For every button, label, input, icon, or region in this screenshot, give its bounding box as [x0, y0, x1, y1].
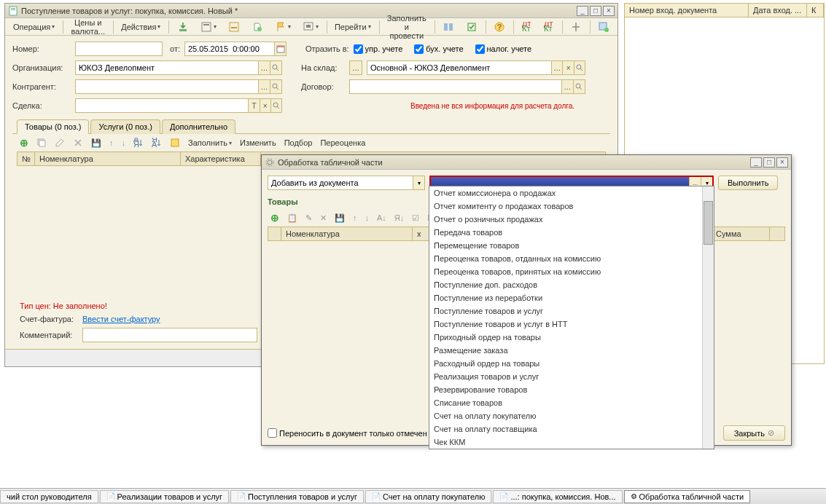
tb-icon-6[interactable]: ▾: [297, 19, 324, 35]
sort-za-icon[interactable]: Я↓: [391, 212, 407, 224]
search-icon[interactable]: [270, 80, 281, 93]
sort-az-icon[interactable]: АЯ: [130, 136, 147, 149]
dropdown-item[interactable]: Реализация товаров и услуг: [429, 370, 714, 383]
popup-maximize-button[interactable]: □: [763, 157, 775, 168]
popup-close-button[interactable]: ×: [776, 157, 788, 168]
calendar-icon[interactable]: [274, 42, 286, 55]
execute-button[interactable]: Выполнить: [718, 176, 778, 190]
sort-az-icon[interactable]: A↓: [374, 212, 389, 224]
chevron-down-icon[interactable]: ▾: [413, 176, 424, 189]
clear-icon[interactable]: ×: [260, 99, 270, 112]
chk-mgmt[interactable]: упр. учете: [354, 44, 403, 54]
org-field[interactable]: …: [75, 60, 282, 75]
warehouse-field[interactable]: … ×: [367, 60, 585, 75]
tb-icon-3[interactable]: [223, 19, 245, 35]
change-button[interactable]: Изменить: [237, 137, 279, 149]
transfer-only-checkbox[interactable]: Переносить в документ только отмечен: [268, 428, 427, 438]
save-icon[interactable]: 💾: [332, 212, 348, 224]
dropdown-item[interactable]: Расходный ордер на товары: [429, 357, 714, 370]
copy-icon[interactable]: 📋: [284, 212, 300, 224]
comment-field[interactable]: [82, 328, 257, 342]
scroll-thumb[interactable]: [704, 201, 713, 245]
actions-button[interactable]: Действия ▾: [116, 20, 165, 34]
right-col1[interactable]: Номер вход. документа: [625, 4, 749, 17]
deal-field[interactable]: T ×: [75, 98, 282, 113]
up-icon[interactable]: ↑: [350, 212, 360, 224]
dropdown-item[interactable]: Резервирование товаров: [429, 383, 714, 396]
minimize-button[interactable]: _: [577, 6, 588, 16]
col-sum[interactable]: Сумма: [712, 227, 770, 240]
chk-tax[interactable]: налог. учете: [475, 44, 532, 54]
edit-icon[interactable]: ✎: [303, 212, 315, 224]
number-field[interactable]: [75, 42, 163, 56]
task-item-6[interactable]: ⚙ Обработка табличной части: [624, 490, 751, 503]
tb-icon-2[interactable]: ▾: [195, 19, 222, 35]
tb-icon-7[interactable]: [437, 19, 459, 35]
invoice-link[interactable]: Ввести счет-фактуру: [82, 315, 160, 323]
clear-icon[interactable]: ×: [562, 61, 573, 74]
tab-services[interactable]: Услуги (0 поз.): [90, 119, 160, 134]
help-button[interactable]: ?: [488, 19, 510, 35]
close-button[interactable]: Закрыть ⊘: [723, 425, 785, 441]
select-icon[interactable]: …: [258, 61, 270, 74]
fill-button[interactable]: Заполнить ▾: [185, 137, 235, 149]
check-icon[interactable]: ☑: [409, 212, 422, 224]
chk-acc[interactable]: бух. учете: [414, 44, 463, 54]
search-icon[interactable]: [573, 80, 585, 93]
select-icon[interactable]: …: [551, 61, 562, 74]
dropdown-item[interactable]: Отчет о розничных продажах: [429, 213, 714, 226]
counterparty-field[interactable]: …: [75, 79, 282, 94]
dropdown-item[interactable]: Поступление из переработки: [429, 291, 714, 304]
wh-select[interactable]: …: [349, 60, 362, 75]
tab-additional[interactable]: Дополнительно: [162, 119, 235, 134]
add-icon[interactable]: ⊕: [17, 135, 31, 150]
tb-icon-1[interactable]: [172, 19, 194, 35]
date-field[interactable]: [184, 42, 287, 56]
tb-icon-4[interactable]: [246, 19, 268, 35]
revalue-button[interactable]: Переоценка: [317, 137, 368, 149]
tb-icon-9[interactable]: [565, 19, 587, 35]
fill-process-button[interactable]: Заполнить и провести: [382, 12, 432, 42]
tb-icon-10[interactable]: [593, 19, 615, 35]
copy-icon[interactable]: [34, 136, 50, 149]
dropdown-item[interactable]: Размещение заказа: [429, 344, 714, 357]
dropdown-item[interactable]: Передача товаров: [429, 226, 714, 239]
dropdown-item[interactable]: Перемещение товаров: [429, 239, 714, 252]
dropdown-item[interactable]: Переоценка товаров, принятых на комиссию: [429, 265, 714, 278]
contract-field[interactable]: …: [349, 79, 585, 94]
t-icon[interactable]: T: [248, 99, 259, 112]
scrollbar[interactable]: [702, 186, 714, 449]
operation-button[interactable]: Операция ▾: [8, 20, 60, 34]
right-col2[interactable]: Дата вход. ...: [749, 4, 807, 17]
sort-za-icon[interactable]: ЯА: [149, 136, 165, 149]
add-from-doc-combo[interactable]: ▾: [268, 176, 425, 190]
search-icon[interactable]: [270, 99, 281, 112]
add-icon[interactable]: ⊕: [268, 210, 282, 225]
col-nomenclature[interactable]: Номенклатура: [35, 152, 181, 165]
tb-dk-icon[interactable]: ДтКт: [517, 20, 537, 34]
down-icon[interactable]: ↓: [362, 212, 373, 224]
col-check[interactable]: [268, 227, 281, 240]
delete-icon[interactable]: ✕: [317, 212, 330, 224]
dropdown-item[interactable]: Отчет комиссионера о продажах: [429, 186, 714, 200]
select-button[interactable]: Подбор: [281, 137, 316, 149]
col-num[interactable]: №: [17, 152, 35, 165]
dropdown-item[interactable]: Поступление доп. расходов: [429, 278, 714, 291]
col-characteristic[interactable]: Характеристика: [181, 152, 261, 165]
down-icon[interactable]: ↓: [119, 137, 129, 149]
edit-icon[interactable]: [52, 136, 68, 149]
dropdown-item[interactable]: Поступление товаров и услуг: [429, 304, 714, 318]
task-item-1[interactable]: чий стол руководителя: [0, 490, 98, 503]
dropdown-item[interactable]: Чек ККМ: [429, 436, 714, 449]
dropdown-item[interactable]: Счет на оплату покупателю: [429, 409, 714, 422]
task-item-5[interactable]: 📄 ...: покупка, комиссия. Нов...: [493, 490, 622, 503]
tb-icon-5[interactable]: ▾: [270, 19, 296, 35]
search-icon[interactable]: [574, 61, 585, 74]
maximize-button[interactable]: □: [590, 6, 601, 16]
task-item-3[interactable]: 📄 Поступления товаров и услуг: [230, 490, 364, 503]
task-item-2[interactable]: 📄 Реализации товаров и услуг: [100, 490, 229, 503]
up-icon[interactable]: ↑: [106, 137, 117, 149]
select-icon[interactable]: …: [561, 80, 573, 93]
dropdown-item[interactable]: Отчет комитенту о продажах товаров: [429, 200, 714, 213]
right-col3[interactable]: К: [807, 4, 824, 17]
